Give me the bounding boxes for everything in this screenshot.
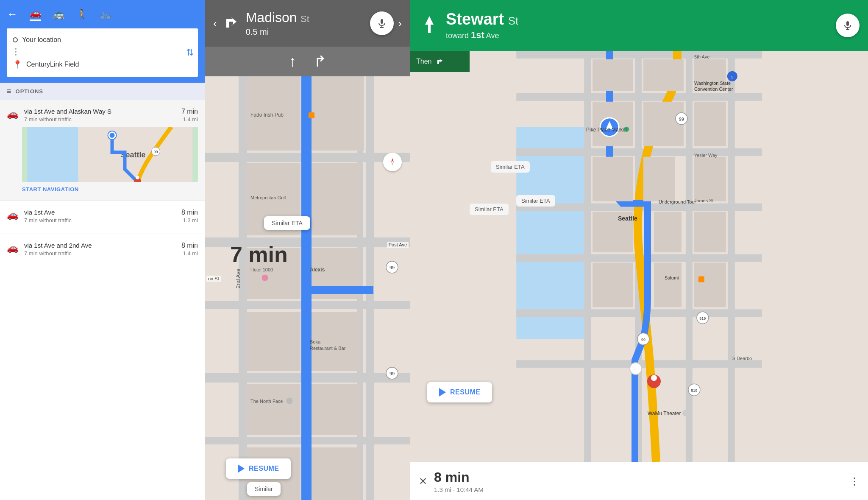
route-3-distance: 1.4 mi (181, 250, 198, 257)
route-3-time: 8 min (181, 242, 198, 249)
nav-direction-icon-right (419, 14, 440, 37)
straight-arrow-icon: ↑ (289, 53, 297, 70)
route-1-time: 7 min (181, 108, 198, 115)
svg-point-8 (136, 176, 139, 179)
resume-label-middle: RESUME (249, 465, 279, 472)
route-2-name: via 1st Ave (24, 209, 175, 216)
svg-text:5: 5 (731, 75, 733, 79)
svg-rect-78 (694, 102, 726, 146)
route-item-1[interactable]: 🚗 via 1st Ave and Alaskan Way S 7 min wi… (0, 100, 205, 201)
svg-point-6 (110, 133, 115, 138)
bottom-time-right: 8 min (434, 469, 849, 485)
svg-rect-35 (301, 286, 373, 294)
nav-street-type-middle: St (300, 14, 309, 24)
then-bar-right: Then (410, 51, 470, 72)
svg-text:Metropolitan Grill: Metropolitan Grill (250, 195, 286, 200)
svg-rect-86 (654, 263, 682, 307)
route-2-car-icon: 🚗 (7, 209, 18, 221)
transport-transit[interactable]: 🚌 (53, 9, 64, 20)
swap-button[interactable]: ⇅ (186, 47, 194, 58)
route-item-2[interactable]: 🚗 via 1st Ave 7 min without traffic 8 mi… (0, 201, 205, 234)
route-1-car-icon: 🚗 (7, 109, 18, 120)
svg-text:519: 519 (691, 388, 697, 393)
svg-point-41 (262, 274, 268, 281)
route-3-name: via 1st Ave and 2nd Ave (24, 242, 175, 249)
route-3-header: 🚗 via 1st Ave and 2nd Ave 7 min without … (7, 242, 198, 257)
svg-rect-77 (643, 102, 684, 146)
origin-text[interactable]: Your location (22, 36, 192, 44)
route-2-distance: 1.3 mi (181, 217, 198, 223)
resume-button-middle[interactable]: RESUME (226, 458, 291, 479)
svg-rect-69 (728, 0, 735, 462)
nav-header-middle: ‹ Madison St 0.5 mi (205, 0, 410, 47)
destination-text[interactable]: CenturyLink Field (26, 61, 192, 68)
nav-sub-header-middle: ↑ ↱ (205, 47, 410, 76)
resume-button-right[interactable]: RESUME (427, 382, 492, 402)
route-2-time: 8 min (181, 209, 198, 216)
svg-text:Restaurant & Bar: Restaurant & Bar (310, 346, 346, 351)
svg-text:99: 99 (679, 117, 684, 122)
bottom-details-right: 1.3 mi · 10:44 AM (434, 486, 849, 493)
svg-rect-31 (306, 384, 360, 435)
nav-street-name-middle: Madison (246, 10, 297, 25)
svg-rect-111 (698, 276, 704, 282)
route-dots (13, 47, 192, 56)
svg-text:99: 99 (389, 371, 395, 376)
back-button[interactable]: ← (7, 8, 18, 21)
location-inputs: Your location 📍 CenturyLink Field ⇅ (7, 28, 198, 77)
svg-point-104 (624, 127, 629, 132)
route-1-time-block: 7 min 1.4 mi (181, 108, 198, 123)
transport-walk[interactable]: 🚶 (76, 9, 88, 20)
resume-label-right: RESUME (450, 388, 480, 396)
svg-marker-53 (425, 16, 434, 33)
nav-street-type-right: St (508, 14, 519, 27)
route-2-header: 🚗 via 1st Ave 7 min without traffic 8 mi… (7, 209, 198, 223)
next-step-button[interactable]: › (398, 17, 402, 30)
destination-pin-icon: 📍 (13, 60, 22, 69)
svg-rect-33 (306, 447, 360, 500)
route-1-name: via 1st Ave and Alaskan Way S (24, 108, 175, 115)
origin-row: Your location (13, 33, 192, 47)
svg-text:99: 99 (389, 265, 395, 270)
right-panel: Stewart St toward 1st Ave Then (410, 0, 868, 500)
svg-text:Pike Place Market: Pike Place Market (586, 127, 627, 133)
post-ave-label: Post Ave (387, 242, 409, 248)
destination-row: 📍 CenturyLink Field (13, 56, 192, 73)
turn-direction-icon (221, 13, 240, 34)
svg-text:519: 519 (699, 316, 706, 321)
transport-car[interactable]: 🚗 (30, 8, 41, 21)
mic-button-right[interactable] (836, 14, 860, 37)
nav-street-name-row: Madison St (246, 10, 370, 25)
svg-rect-66 (584, 0, 591, 462)
options-label[interactable]: OPTIONS (16, 88, 44, 95)
svg-rect-80 (643, 157, 675, 201)
svg-rect-87 (694, 263, 726, 307)
compass-middle[interactable] (383, 153, 402, 171)
top-bar: ← 🚗 🚌 🚶 🚲 Your location 📍 CenturyLink Fi… (0, 0, 205, 83)
route-item-3[interactable]: 🚗 via 1st Ave and 2nd Ave 7 min without … (0, 234, 205, 267)
bottom-info-right: 8 min 1.3 mi · 10:44 AM (434, 469, 849, 493)
svg-point-88 (630, 363, 642, 374)
svg-text:Fado Irish Pub: Fado Irish Pub (250, 112, 284, 118)
left-panel: ← 🚗 🚌 🚶 🚲 Your location 📍 CenturyLink Fi… (0, 0, 205, 500)
svg-text:Alexis: Alexis (310, 267, 325, 273)
start-navigation-button[interactable]: START NAVIGATION (22, 186, 79, 193)
routes-list: 🚗 via 1st Ave and Alaskan Way S 7 min wi… (0, 100, 205, 500)
svg-text:Boka: Boka (310, 339, 321, 344)
more-options-button[interactable]: ⋮ (849, 475, 860, 487)
on-st-label: on St (206, 276, 221, 282)
route-1-subtext: 7 min without traffic (24, 116, 175, 123)
svg-rect-23 (306, 76, 364, 151)
route-1-info: via 1st Ave and Alaskan Way S 7 min with… (24, 108, 175, 123)
svg-text:WaMu Theater: WaMu Theater (648, 411, 681, 416)
origin-dot (13, 37, 18, 42)
transport-bike[interactable]: 🚲 (100, 9, 111, 20)
close-navigation-button[interactable]: ✕ (419, 475, 427, 487)
mic-button-middle[interactable] (370, 11, 394, 35)
map-area-middle: 2nd Ave Fado Irish Pub Metropolitan Gril… (205, 76, 410, 500)
svg-marker-51 (391, 158, 394, 162)
similar-eta-2: Similar ETA (470, 204, 509, 215)
svg-text:The North Face: The North Face (250, 399, 283, 404)
svg-rect-74 (643, 59, 684, 91)
prev-step-button[interactable]: ‹ (213, 17, 217, 30)
